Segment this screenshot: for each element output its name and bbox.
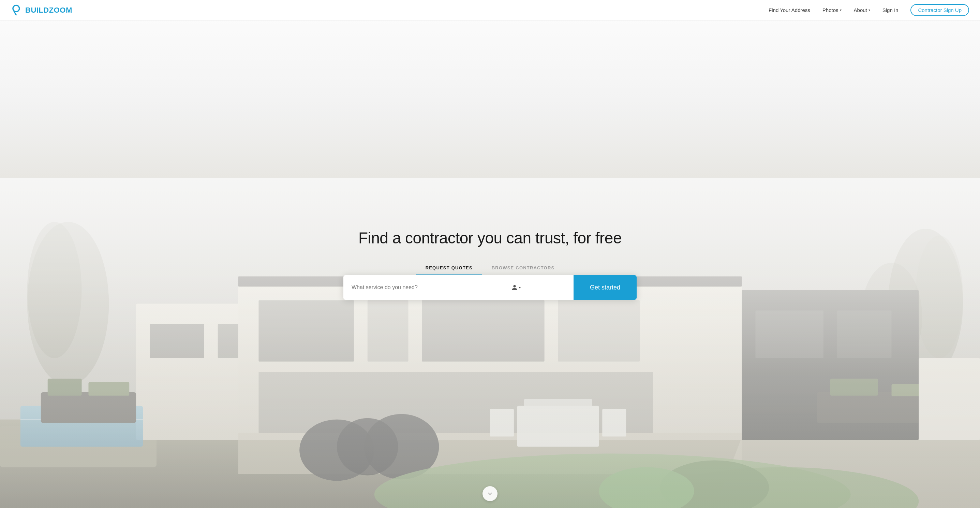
nav-photos[interactable]: Photos ▾	[822, 7, 842, 13]
hero-content: Find a contractor you can trust, for fre…	[337, 229, 643, 300]
about-chevron-icon: ▾	[869, 8, 870, 12]
nav-signin[interactable]: Sign In	[883, 7, 899, 13]
search-tabs: REQUEST QUOTES BROWSE CONTRACTORS	[416, 261, 564, 275]
person-icon: ▾	[511, 284, 521, 291]
nav-find-address[interactable]: Find Your Address	[768, 7, 810, 13]
logo-text: BUILDZOOM	[25, 6, 72, 15]
search-box: ▾ 18015 Get started	[344, 275, 636, 300]
search-service-field: ▾	[344, 275, 529, 300]
nav-about[interactable]: About ▾	[854, 7, 870, 13]
hero-section: Find a contractor you can trust, for fre…	[0, 0, 980, 508]
search-zip-field: 18015	[529, 275, 574, 300]
scroll-down-button[interactable]	[482, 486, 498, 501]
person-dropdown-chevron: ▾	[519, 286, 521, 289]
hero-title: Find a contractor you can trust, for fre…	[358, 229, 622, 248]
logo-icon	[11, 5, 22, 16]
get-started-button[interactable]: Get started	[574, 275, 636, 300]
tab-browse-contractors[interactable]: BROWSE CONTRACTORS	[482, 261, 564, 275]
contractor-signup-button[interactable]: Contractor Sign Up	[910, 4, 969, 16]
search-service-input[interactable]	[352, 284, 508, 291]
main-navigation: BUILDZOOM Find Your Address Photos ▾ Abo…	[0, 0, 980, 21]
nav-links: Find Your Address Photos ▾ About ▾ Sign …	[768, 4, 969, 16]
search-zip-input[interactable]: 18015	[538, 284, 565, 291]
tab-request-quotes[interactable]: REQUEST QUOTES	[416, 261, 482, 275]
chevron-down-icon	[487, 490, 493, 497]
logo[interactable]: BUILDZOOM	[11, 5, 72, 16]
photos-chevron-icon: ▾	[840, 8, 842, 12]
